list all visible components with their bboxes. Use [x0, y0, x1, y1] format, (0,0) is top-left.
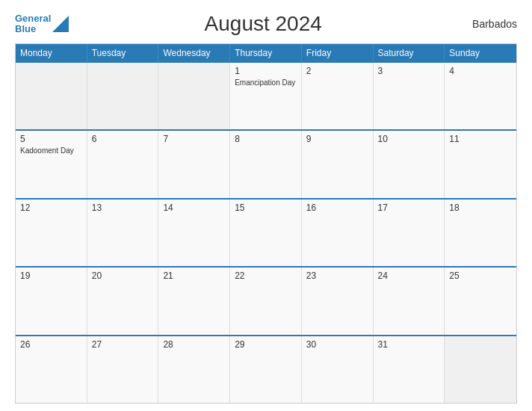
logo-blue: Blue	[15, 23, 36, 34]
holiday-label: Kadooment Day	[20, 146, 82, 155]
day-cell	[445, 336, 516, 403]
logo-text: General Blue	[15, 13, 51, 35]
day-cell: 31	[374, 336, 445, 403]
day-cell: 5Kadooment Day	[16, 131, 87, 197]
day-number: 17	[378, 203, 440, 213]
day-cell: 25	[445, 268, 516, 334]
day-cell: 14	[158, 200, 230, 266]
day-number: 22	[235, 271, 297, 281]
calendar-grid: MondayTuesdayWednesdayThursdayFridaySatu…	[15, 43, 517, 404]
day-cell: 22	[230, 268, 302, 334]
day-number: 13	[92, 203, 154, 213]
day-number: 20	[92, 271, 154, 281]
day-cell: 7	[158, 131, 230, 197]
day-cell	[158, 63, 230, 129]
holiday-label: Emancipation Day	[235, 78, 297, 87]
week-row-4: 19202122232425	[16, 266, 516, 334]
day-number: 3	[378, 66, 440, 76]
day-number: 28	[163, 339, 225, 350]
logo-triangle-icon	[52, 16, 69, 32]
day-number: 10	[378, 134, 440, 144]
day-number: 19	[20, 271, 82, 281]
day-cell: 3	[374, 63, 445, 129]
weeks: 1Emancipation Day2345Kadooment Day678910…	[16, 62, 516, 403]
day-number: 21	[163, 271, 225, 281]
svg-marker-0	[52, 16, 69, 32]
day-number: 24	[378, 271, 440, 281]
day-cell: 16	[302, 200, 374, 266]
day-cell: 15	[230, 200, 302, 266]
day-cell: 24	[374, 268, 445, 334]
day-cell: 18	[445, 200, 516, 266]
day-number: 11	[449, 134, 512, 144]
day-cell: 10	[374, 131, 445, 197]
day-cell: 29	[230, 336, 302, 403]
day-number: 15	[235, 203, 297, 213]
region-label: Barbados	[457, 18, 517, 30]
day-cell: 20	[87, 268, 159, 334]
day-header-monday: Monday	[16, 44, 87, 62]
day-cell	[16, 63, 87, 129]
day-cell: 1Emancipation Day	[230, 63, 302, 129]
day-cell: 19	[16, 268, 87, 334]
day-number: 18	[449, 203, 512, 213]
day-cell: 27	[87, 336, 159, 403]
day-cell: 26	[16, 336, 87, 403]
logo-general: General	[15, 13, 51, 24]
week-row-3: 12131415161718	[16, 198, 516, 266]
day-cell: 23	[302, 268, 374, 334]
day-number: 9	[306, 134, 368, 144]
logo: General Blue	[15, 13, 69, 35]
day-header-saturday: Saturday	[374, 44, 445, 62]
day-number: 5	[20, 134, 82, 144]
day-header-wednesday: Wednesday	[158, 44, 230, 62]
day-cell: 2	[302, 63, 374, 129]
day-number: 12	[20, 203, 82, 213]
day-header-sunday: Sunday	[445, 44, 516, 62]
day-number: 4	[449, 66, 512, 76]
day-cell: 28	[158, 336, 230, 403]
day-cell: 12	[16, 200, 87, 266]
day-cell: 11	[445, 131, 516, 197]
day-number: 1	[235, 66, 297, 76]
day-cell: 17	[374, 200, 445, 266]
day-header-tuesday: Tuesday	[87, 44, 159, 62]
day-number: 26	[20, 339, 82, 350]
calendar-page: General Blue August 2024 Barbados Monday…	[0, 0, 532, 411]
day-header-friday: Friday	[302, 44, 374, 62]
day-cell: 30	[302, 336, 374, 403]
day-number: 23	[306, 271, 368, 281]
day-cell	[87, 63, 159, 129]
day-number: 8	[235, 134, 297, 144]
day-cell: 13	[87, 200, 159, 266]
day-cell: 6	[87, 131, 159, 197]
week-row-2: 5Kadooment Day67891011	[16, 129, 516, 197]
day-number: 14	[163, 203, 225, 213]
header: General Blue August 2024 Barbados	[15, 12, 517, 36]
day-number: 16	[306, 203, 368, 213]
day-cell: 8	[230, 131, 302, 197]
week-row-1: 1Emancipation Day234	[16, 62, 516, 129]
day-cell: 4	[445, 63, 516, 129]
week-row-5: 262728293031	[16, 335, 516, 403]
day-header-thursday: Thursday	[230, 44, 302, 62]
day-headers: MondayTuesdayWednesdayThursdayFridaySatu…	[16, 44, 516, 62]
day-number: 2	[306, 66, 368, 76]
day-number: 7	[163, 134, 225, 144]
day-number: 30	[306, 339, 368, 350]
day-number: 27	[92, 339, 154, 350]
day-number: 29	[235, 339, 297, 350]
day-cell: 9	[302, 131, 374, 197]
day-number: 25	[449, 271, 512, 281]
day-number: 31	[378, 339, 440, 350]
calendar-title: August 2024	[69, 12, 457, 36]
day-number: 6	[92, 134, 154, 144]
day-cell: 21	[158, 268, 230, 334]
